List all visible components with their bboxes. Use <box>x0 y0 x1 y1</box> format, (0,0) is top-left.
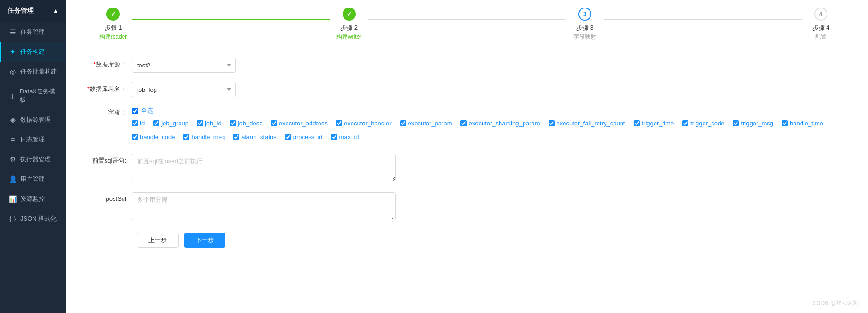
step-3-labels: 步骤 3 字段映射 <box>573 24 596 41</box>
field-item-executor_address: executor_address <box>271 120 328 127</box>
step-3: 3 步骤 3 字段映射 <box>566 8 604 41</box>
sidebar-item-task-batch[interactable]: ◎ 任务批量构建 <box>0 62 66 82</box>
sidebar-icon-resource-monitor: 📊 <box>9 195 16 203</box>
field-label-trigger_msg[interactable]: trigger_msg <box>741 120 773 127</box>
field-label-process_id[interactable]: process_id <box>293 133 323 140</box>
pre-sql-textarea[interactable] <box>132 154 396 181</box>
sidebar-label-log-manage: 日志管理 <box>20 135 45 144</box>
field-item-executor_param: executor_param <box>400 120 452 127</box>
field-label-max_id[interactable]: max_id <box>339 133 359 140</box>
step-2-labels: 步骤 2 构建writer <box>336 24 361 41</box>
field-item-handle_msg: handle_msg <box>183 133 225 140</box>
prev-button[interactable]: 上一步 <box>137 233 179 248</box>
field-checkbox-handle_code[interactable] <box>132 134 138 140</box>
post-sql-textarea[interactable] <box>132 192 396 220</box>
field-checkbox-job_id[interactable] <box>197 120 203 126</box>
main-content: ✓ 步骤 1 构建reader ✓ 步骤 2 构建writer <box>66 0 868 313</box>
post-sql-label: postSql <box>85 192 132 202</box>
field-item-process_id: process_id <box>285 133 323 140</box>
field-checkbox-handle_msg[interactable] <box>183 134 189 140</box>
field-checkbox-handle_time[interactable] <box>782 120 788 126</box>
fields-checkboxes: id job_group job_id job_desc executor_ad… <box>132 120 849 144</box>
step-1: ✓ 步骤 1 构建reader <box>94 8 132 41</box>
field-label-id[interactable]: id <box>140 120 145 127</box>
field-label-handle_code[interactable]: handle_code <box>140 133 175 140</box>
connector-1-2 <box>132 19 330 20</box>
field-checkbox-executor_fail_retry_count[interactable] <box>549 120 555 126</box>
select-all-label[interactable]: 全选 <box>141 107 153 115</box>
field-item-alarm_status: alarm_status <box>233 133 276 140</box>
field-checkbox-executor_sharding_param[interactable] <box>460 120 467 126</box>
connector-2-3 <box>368 19 566 20</box>
field-label-job_group[interactable]: job_group <box>161 120 188 127</box>
field-label-alarm_status[interactable]: alarm_status <box>241 133 276 140</box>
step-1-check: ✓ <box>111 11 115 17</box>
sidebar-item-log-manage[interactable]: ≡ 日志管理 <box>0 130 66 149</box>
field-item-handle_code: handle_code <box>132 133 175 140</box>
field-checkbox-job_desc[interactable] <box>230 120 236 126</box>
select-all-row: 全选 <box>132 107 849 115</box>
field-checkbox-alarm_status[interactable] <box>233 134 239 140</box>
step-2-check: ✓ <box>347 11 352 17</box>
field-checkbox-job_group[interactable] <box>153 120 159 126</box>
field-item-id: id <box>132 120 145 127</box>
sidebar-label-datax-template: DataX任务模板 <box>20 87 58 104</box>
field-label-job_id[interactable]: job_id <box>205 120 221 127</box>
step-2-sublabel: 构建writer <box>336 33 361 41</box>
step-3-num: 3 <box>583 11 587 17</box>
step-4: 4 步骤 4 配置 <box>802 8 840 41</box>
step-3-sublabel: 字段映射 <box>573 33 596 41</box>
sidebar-item-resource-monitor[interactable]: 📊 资源监控 <box>0 189 66 209</box>
field-checkbox-id[interactable] <box>132 120 138 126</box>
connector-3-4 <box>604 19 802 20</box>
field-item-job_id: job_id <box>197 120 221 127</box>
step-4-labels: 步骤 4 配置 <box>812 24 830 41</box>
field-checkbox-executor_param[interactable] <box>400 120 406 126</box>
select-all-checkbox[interactable] <box>132 108 138 114</box>
db-source-select[interactable]: test2 <box>132 58 236 73</box>
fields-content: 全选 id job_group job_id job_desc executor… <box>132 107 849 144</box>
field-label-trigger_time[interactable]: trigger_time <box>642 120 674 127</box>
button-row: 上一步 下一步 <box>85 233 849 248</box>
sidebar-item-data-source[interactable]: ◈ 数据源管理 <box>0 110 66 130</box>
field-label-executor_fail_retry_count[interactable]: executor_fail_retry_count <box>557 120 625 127</box>
field-label-trigger_code[interactable]: trigger_code <box>690 120 724 127</box>
sidebar-icon-log-manage: ≡ <box>9 136 16 143</box>
collapse-icon[interactable]: ▲ <box>53 8 58 14</box>
field-checkbox-process_id[interactable] <box>285 134 291 140</box>
field-checkbox-trigger_msg[interactable] <box>733 120 739 126</box>
field-item-trigger_code: trigger_code <box>682 120 724 127</box>
field-label-job_desc[interactable]: job_desc <box>238 120 262 127</box>
step-1-labels: 步骤 1 构建reader <box>99 24 127 41</box>
sidebar-label-data-source: 数据源管理 <box>20 115 51 124</box>
db-table-select[interactable]: job_log <box>132 82 236 97</box>
field-checkbox-executor_handler[interactable] <box>336 120 342 126</box>
field-label-executor_address[interactable]: executor_address <box>279 120 328 127</box>
sidebar-item-task-manage[interactable]: ☰ 任务管理 <box>0 22 66 42</box>
sidebar-item-executor-manage[interactable]: ⚙ 执行器管理 <box>0 149 66 169</box>
sidebar-item-task-build[interactable]: ✦ 任务构建 <box>0 42 66 62</box>
field-checkbox-trigger_code[interactable] <box>682 120 688 126</box>
field-label-executor_param[interactable]: executor_param <box>408 120 452 127</box>
sidebar-icon-user-manage: 👤 <box>9 175 16 183</box>
sidebar-item-json-format[interactable]: { } JSON 格式化 <box>0 209 66 229</box>
sidebar-icon-task-manage: ☰ <box>9 28 16 36</box>
field-label-handle_msg[interactable]: handle_msg <box>191 133 225 140</box>
pre-sql-label: 前置sql语句: <box>85 154 132 165</box>
field-checkbox-max_id[interactable] <box>331 134 337 140</box>
db-source-label: *数据库源： <box>85 58 132 69</box>
field-item-trigger_time: trigger_time <box>634 120 674 127</box>
field-item-trigger_msg: trigger_msg <box>733 120 773 127</box>
fields-label: 字段： <box>85 107 132 117</box>
sidebar-item-datax-template[interactable]: ◫ DataX任务模板 <box>0 82 66 110</box>
field-label-executor_handler[interactable]: executor_handler <box>344 120 391 127</box>
field-label-handle_time[interactable]: handle_time <box>790 120 823 127</box>
field-item-handle_time: handle_time <box>782 120 823 127</box>
step-2-circle: ✓ <box>343 8 356 21</box>
field-label-executor_sharding_param[interactable]: executor_sharding_param <box>468 120 540 127</box>
field-checkbox-executor_address[interactable] <box>271 120 277 126</box>
next-button[interactable]: 下一步 <box>184 233 225 248</box>
field-checkbox-trigger_time[interactable] <box>634 120 640 126</box>
sidebar-icon-json-format: { } <box>9 215 16 222</box>
sidebar-item-user-manage[interactable]: 👤 用户管理 <box>0 169 66 189</box>
